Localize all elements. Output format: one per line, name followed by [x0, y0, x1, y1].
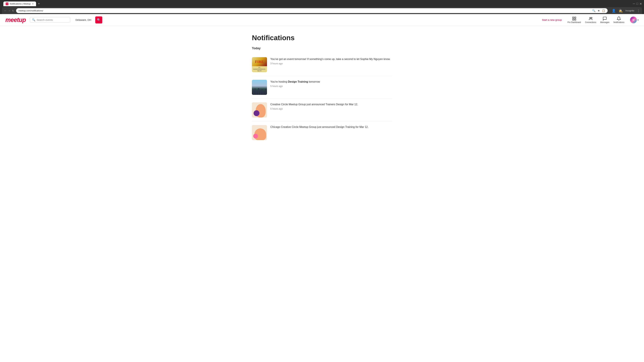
notification-item[interactable]: FIRE IAL INDEPENDENCE, RETR You've got a…: [252, 53, 392, 76]
meetup-logo[interactable]: meetup: [5, 16, 26, 23]
nav-item-connections[interactable]: Connections: [583, 15, 598, 24]
location-display: Delaware, OH: [76, 18, 91, 21]
incognito-label: Incognito: [626, 9, 634, 12]
address-bar[interactable]: meetup.com/notifications/ 🔍 ★ 📋: [16, 8, 608, 13]
message-bold: Design Training: [288, 80, 308, 83]
browser-chrome: M Notifications | Meetup ✕ + ─ □ ✕ ← → ↻…: [0, 0, 644, 14]
search-button[interactable]: 🔍: [95, 16, 102, 23]
svg-rect-3: [574, 19, 576, 20]
message-pre: You're hosting: [270, 80, 288, 83]
incognito-icon: 🕵: [618, 9, 623, 13]
notifications-icon: [617, 16, 621, 21]
svg-rect-1: [574, 17, 576, 18]
incognito-badge[interactable]: Incognito: [626, 9, 634, 12]
avatar-container[interactable]: M ▾: [630, 16, 639, 23]
messages-label: Messages: [600, 21, 610, 23]
browser-menu-button[interactable]: ⋮: [637, 9, 640, 12]
notification-thumbnail: [252, 80, 267, 95]
search-icon[interactable]: 🔍: [592, 9, 596, 12]
nav-icons: Pro Dashboard Connections Messages Notif…: [566, 15, 626, 24]
start-new-group-link[interactable]: Start a new group: [542, 18, 562, 21]
notification-message: You're hosting Design Training tomorrow: [270, 80, 392, 84]
svg-point-5: [591, 17, 592, 18]
fire-event-subtitle: IAL INDEPENDENCE, RETR: [252, 66, 267, 72]
search-icon: 🔍: [32, 18, 36, 21]
profile-icon[interactable]: 👤: [612, 9, 616, 13]
nav-item-pro-dashboard[interactable]: Pro Dashboard: [566, 15, 582, 24]
tab-favicon: M: [6, 2, 8, 5]
connections-icon: [588, 16, 593, 21]
nav-arrows: ← → ↻: [4, 9, 14, 12]
chicago-pink-blob: [253, 134, 258, 138]
notification-message: You've got an event tomorrow! If somethi…: [270, 57, 392, 61]
notification-message: Chicago Creative Circle Meetup Group jus…: [270, 125, 392, 129]
svg-rect-2: [572, 19, 574, 20]
fire-event-letters: FIRE: [255, 60, 264, 64]
back-button[interactable]: ←: [4, 9, 7, 12]
svg-point-4: [590, 17, 591, 18]
notification-text: Chicago Creative Circle Meetup Group jus…: [270, 125, 392, 130]
notification-time: 3 hours ago: [270, 62, 392, 65]
meetup-header: meetup 🔍 Search events Delaware, OH 🔍 St…: [0, 14, 644, 26]
notifications-label: Notifications: [614, 21, 624, 23]
address-bar-row: ← → ↻ meetup.com/notifications/ 🔍 ★ 📋 👤 …: [2, 7, 642, 14]
bookmark-icon[interactable]: ★: [598, 9, 600, 12]
window-maximize-button[interactable]: □: [636, 2, 638, 5]
refresh-button[interactable]: ↻: [12, 9, 14, 12]
extensions-icon[interactable]: 📋: [602, 9, 605, 12]
notification-text: You're hosting Design Training tomorrow …: [270, 80, 392, 87]
forward-button[interactable]: →: [8, 9, 11, 12]
creative-purple-blob: [254, 110, 260, 116]
notification-time: 5 hours ago: [270, 107, 392, 110]
notification-item[interactable]: Chicago Creative Circle Meetup Group jus…: [252, 121, 392, 144]
svg-rect-0: [572, 17, 574, 18]
notification-item[interactable]: Creative Circle Meetup Group just announ…: [252, 99, 392, 121]
main-content: Notifications Today FIRE IAL INDEPENDENC…: [246, 26, 398, 152]
notification-text: Creative Circle Meetup Group just announ…: [270, 102, 392, 110]
notification-text: You've got an event tomorrow! If somethi…: [270, 57, 392, 65]
tab-bar: M Notifications | Meetup ✕ + ─ □ ✕: [2, 1, 642, 6]
message-post: tomorrow: [308, 80, 320, 83]
search-container[interactable]: 🔍 Search events: [30, 17, 70, 23]
notification-thumbnail: [252, 102, 267, 117]
avatar: M: [630, 16, 637, 23]
active-tab[interactable]: M Notifications | Meetup ✕: [3, 1, 36, 6]
tab-close-button[interactable]: ✕: [32, 3, 34, 5]
connections-label: Connections: [585, 21, 596, 23]
notification-item[interactable]: You're hosting Design Training tomorrow …: [252, 76, 392, 99]
notification-message: Creative Circle Meetup Group just announ…: [270, 102, 392, 106]
pro-dashboard-label: Pro Dashboard: [567, 21, 581, 23]
new-tab-button[interactable]: +: [37, 1, 41, 6]
pro-dashboard-icon: [572, 16, 576, 21]
notification-thumbnail: [252, 125, 267, 140]
url-text: meetup.com/notifications/: [18, 9, 43, 12]
tab-title: Notifications | Meetup: [10, 2, 31, 5]
section-today: Today: [252, 46, 392, 50]
messages-icon: [602, 16, 607, 21]
search-placeholder: Search events: [37, 18, 53, 21]
page-title: Notifications: [252, 34, 392, 42]
nav-item-notifications[interactable]: Notifications: [612, 15, 626, 24]
address-bar-icons: 🔍 ★ 📋: [592, 9, 605, 12]
notification-time: 5 hours ago: [270, 85, 392, 87]
notifications-list: FIRE IAL INDEPENDENCE, RETR You've got a…: [252, 53, 392, 144]
tab-group: M Notifications | Meetup ✕ +: [3, 1, 41, 6]
window-minimize-button[interactable]: ─: [633, 2, 635, 5]
city-thumbnail: [252, 87, 267, 95]
avatar-chevron-icon: ▾: [638, 18, 639, 21]
nav-item-messages[interactable]: Messages: [598, 15, 611, 24]
notification-thumbnail: FIRE IAL INDEPENDENCE, RETR: [252, 57, 267, 72]
window-close-button[interactable]: ✕: [640, 2, 642, 6]
